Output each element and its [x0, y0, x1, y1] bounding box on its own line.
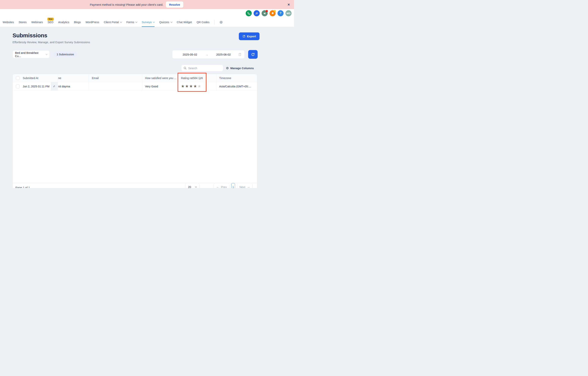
nav-quizzes[interactable]: Quizzes [159, 17, 172, 27]
nav-client-portal[interactable]: Client Portal [104, 17, 122, 27]
app-header: ? MD Websites Stores Webinars New SEO An… [0, 9, 294, 27]
survey-selector[interactable]: Bed and Breakfast Cu... [12, 50, 50, 58]
gear-icon [226, 66, 229, 70]
submissions-table: Submitted At ne Email How satisfied were… [12, 74, 257, 188]
notifications-badge [274, 10, 276, 12]
search-input[interactable] [188, 66, 219, 70]
column-submitted-at: Submitted At [21, 74, 58, 82]
row-checkbox[interactable] [16, 84, 20, 88]
column-name-truncated: ne [58, 74, 89, 82]
nav-websites[interactable]: Websites [3, 17, 14, 27]
nav-webinars[interactable]: Webinars [31, 17, 43, 27]
cell-submitted-at: Jun 2, 2025 01:11 PM [23, 85, 50, 88]
current-page-button[interactable]: 1 [231, 183, 235, 188]
cell-empty [206, 82, 217, 91]
chevron-down-icon [135, 21, 137, 23]
search-icon [183, 66, 187, 70]
notifications-bell-icon[interactable] [270, 10, 276, 16]
nav-qr-codes[interactable]: QR Codes [197, 17, 210, 27]
cell-satisfaction: Very Good [143, 82, 178, 91]
manage-columns-button[interactable]: Manage Columns [226, 65, 254, 72]
page-subtitle: Effortlessly Review, Manage, and Export … [12, 41, 90, 44]
resolve-button[interactable]: Resolve [166, 1, 183, 8]
submission-count-badge: 1 Submission [54, 52, 77, 57]
chevron-down-icon [195, 186, 197, 188]
export-icon [242, 35, 245, 38]
select-all-checkbox[interactable] [16, 76, 20, 80]
prev-page-button[interactable]: ← Prev [214, 183, 229, 188]
date-range-picker[interactable]: 2025-05-02 → 2025-06-02 [172, 50, 245, 59]
nav-forms[interactable]: Forms [126, 17, 137, 27]
cell-email [89, 82, 143, 91]
column-empty [206, 74, 217, 82]
header-actions: ? MD [246, 10, 292, 16]
search-box [181, 65, 223, 72]
payment-warning-banner: Payment method is missing! Please add yo… [0, 0, 294, 9]
nav-surveys[interactable]: Surveys [142, 17, 155, 27]
avatar-initials: MD [287, 12, 291, 15]
cell-timezone: Asia/Calcutta (GMT+05:... [217, 82, 257, 91]
new-badge: New [47, 18, 54, 21]
column-timezone: Timezone [217, 74, 257, 82]
nav-chat-widget[interactable]: Chat Widget [177, 17, 192, 27]
date-to[interactable]: 2025-06-02 [209, 53, 238, 56]
arrow-right-icon: → [247, 185, 250, 188]
table-header-row: Submitted At ne Email How satisfied were… [13, 74, 257, 82]
page-title: Submissions [12, 32, 47, 39]
nav-seo[interactable]: New SEO [48, 17, 53, 27]
refresh-button[interactable] [248, 50, 258, 59]
chevron-down-icon [170, 21, 172, 23]
app-window: Payment method is missing! Please add yo… [0, 0, 294, 188]
date-range-arrow-icon: → [205, 53, 209, 56]
refresh-icon [251, 52, 255, 56]
chevron-down-icon [153, 21, 155, 23]
column-rating: Rating rat584 1jr6 [178, 74, 206, 82]
announcements-icon[interactable] [262, 10, 268, 16]
chevron-down-icon [120, 21, 122, 23]
page-info: Page 1 of 1 [15, 186, 30, 188]
expand-icon [53, 85, 55, 88]
settings-gear-icon[interactable] [219, 20, 223, 24]
column-email: Email [89, 74, 143, 82]
next-page-button[interactable]: Next → [237, 183, 252, 188]
date-from[interactable]: 2025-05-02 [175, 53, 205, 56]
phone-icon[interactable] [246, 10, 252, 16]
close-icon[interactable]: × [286, 2, 291, 7]
nav-wordpress[interactable]: WordPress [85, 17, 99, 27]
page-size-select[interactable]: 20 [185, 183, 200, 188]
nav-blogs[interactable]: Blogs [74, 17, 81, 27]
export-button[interactable]: Export [239, 32, 260, 40]
nav-stores[interactable]: Stores [19, 17, 27, 27]
ai-sparkles-icon[interactable] [254, 10, 260, 16]
table-row[interactable]: Jun 2, 2025 01:11 PM nit dayma Very Good… [13, 82, 257, 91]
cell-name: nit dayma [58, 82, 89, 91]
chevron-down-icon [46, 53, 48, 55]
expand-row-button[interactable] [51, 82, 58, 91]
calendar-icon[interactable] [238, 53, 242, 56]
help-icon[interactable]: ? [277, 10, 284, 16]
main-nav: Websites Stores Webinars New SEO Analyti… [3, 17, 223, 27]
nav-divider [214, 20, 214, 25]
nav-analytics[interactable]: Analytics [58, 17, 69, 27]
survey-selector-value: Bed and Breakfast Cu... [15, 51, 44, 58]
arrow-left-icon: ← [216, 185, 219, 188]
avatar[interactable]: MD [285, 10, 292, 16]
column-satisfaction: How satisfied were you ... [143, 74, 178, 82]
announcements-badge [266, 10, 268, 12]
banner-message: Payment method is missing! Please add yo… [90, 3, 163, 6]
rating-stars: ★★★★★ [181, 84, 202, 88]
